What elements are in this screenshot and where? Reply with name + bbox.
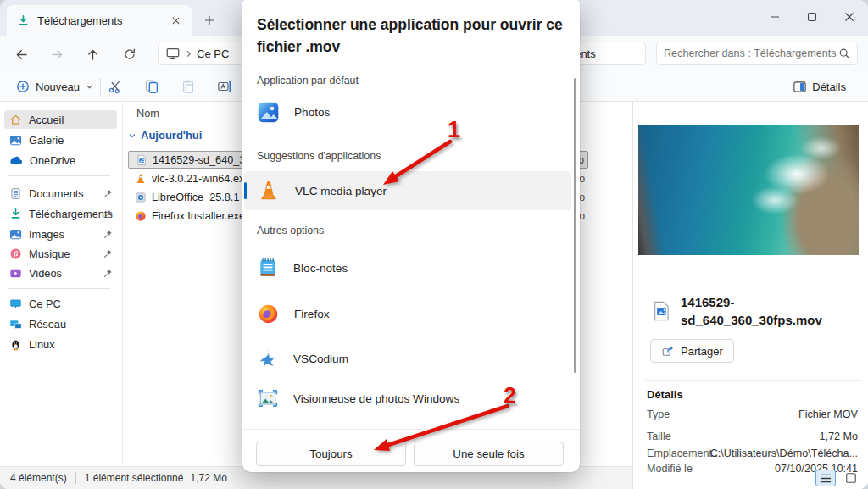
app-option-vlc[interactable]: VLC media player — [244, 171, 571, 210]
photos-icon — [257, 101, 280, 124]
sidebar-item-documents[interactable]: Documents — [4, 184, 117, 203]
sidebar-item-reseau[interactable]: Réseau — [4, 314, 117, 333]
sidebar-item-videos[interactable]: Vidéos — [4, 264, 117, 282]
vscodium-icon — [257, 347, 279, 370]
sidebar-item-musique[interactable]: Musique — [4, 244, 117, 263]
linux-icon — [9, 338, 22, 351]
file-name: vlc-3.0.21-win64.exe — [152, 173, 250, 185]
once-button[interactable]: Une seule fois — [414, 442, 564, 466]
sidebar-item-telechargements[interactable]: Téléchargements — [4, 204, 117, 223]
app-label: Bloc-notes — [293, 262, 348, 275]
section-suggested-apps: Suggestions d'applications — [257, 150, 381, 162]
copy-icon[interactable] — [139, 75, 164, 97]
details-pane-toggle[interactable]: Détails — [786, 75, 853, 97]
details-pane: 1416529- sd_640_360_30fps.mov Partager D… — [632, 102, 868, 489]
open-with-dialog: Sélectionner une application pour ouvrir… — [242, 0, 580, 472]
document-icon — [9, 187, 22, 200]
always-button[interactable]: Toujours — [256, 442, 406, 466]
firefox-icon — [257, 303, 280, 325]
details-panel-icon — [793, 80, 807, 94]
monitor-icon — [165, 46, 181, 61]
view-toggles — [815, 470, 861, 486]
selection-accent-bar — [244, 182, 247, 199]
sidebar-item-onedrive[interactable]: OneDrive — [4, 151, 117, 169]
maximize-icon[interactable] — [793, 0, 831, 34]
group-label: Aujourd'hui — [141, 129, 202, 142]
detail-row-taille: Taille1,72 Mo — [647, 431, 858, 447]
app-option-bloc-notes[interactable]: Bloc-notes — [244, 249, 571, 286]
pin-icon — [103, 189, 113, 198]
window-controls — [756, 0, 868, 34]
share-button[interactable]: Partager — [650, 339, 734, 363]
sidebar-label: Vidéos — [29, 267, 62, 280]
minimize-icon[interactable] — [756, 0, 793, 34]
forward-icon[interactable] — [46, 43, 68, 65]
app-option-photo-viewer[interactable]: Visionneuse de photos Windows — [244, 380, 571, 417]
sidebar-label: Accueil — [29, 114, 64, 126]
network-icon — [9, 318, 22, 331]
sidebar-item-galerie[interactable]: Galerie — [4, 131, 117, 149]
dialog-scrollbar[interactable] — [574, 78, 576, 373]
divider — [75, 472, 76, 484]
tab-title: Téléchargements — [37, 14, 166, 27]
pin-icon — [103, 209, 113, 219]
app-option-vscodium[interactable]: VSCodium — [244, 340, 571, 377]
video-file-icon — [136, 154, 147, 166]
divider — [100, 78, 101, 95]
app-option-photos[interactable]: Photos — [244, 93, 571, 131]
section-default-app: Application par défaut — [257, 75, 359, 86]
chevron-down-icon — [86, 83, 93, 91]
app-label: Photos — [294, 106, 330, 119]
app-label: VLC media player — [295, 185, 387, 197]
selected-file-name: 1416529- sd_640_360_30fps.mov — [681, 293, 822, 329]
vlc-icon — [257, 179, 281, 203]
details-toggle-label: Détails — [812, 81, 846, 93]
share-icon — [661, 344, 675, 358]
app-option-firefox[interactable]: Firefox — [244, 295, 571, 332]
tab-close-icon[interactable] — [166, 11, 185, 30]
column-header-nom[interactable]: Nom — [136, 107, 159, 119]
back-icon[interactable] — [10, 43, 32, 65]
plus-circle-icon — [16, 80, 30, 93]
chevron-right-icon — [185, 50, 192, 58]
share-button-label: Partager — [681, 345, 723, 358]
new-button-label: Nouveau — [36, 81, 80, 93]
sidebar-label: Téléchargements — [29, 208, 113, 220]
sidebar-item-accueil[interactable]: Accueil — [4, 110, 117, 129]
video-icon — [9, 267, 22, 280]
rename-icon[interactable] — [212, 75, 237, 97]
vlc-file-icon — [135, 173, 147, 185]
search-icon[interactable] — [838, 47, 850, 59]
sidebar-label: Galerie — [29, 134, 64, 147]
list-view-icon[interactable] — [815, 470, 836, 486]
search-input[interactable] — [664, 47, 838, 59]
tab-telechargements[interactable]: Téléchargements — [7, 5, 192, 36]
cut-icon[interactable] — [103, 75, 128, 97]
search-box[interactable] — [656, 42, 858, 65]
sidebar-item-ce-pc[interactable]: Ce PC — [4, 294, 117, 313]
breadcrumb-root[interactable]: Ce PC — [197, 47, 229, 60]
new-button[interactable]: Nouveau — [8, 75, 101, 97]
app-label: Visionneuse de photos Windows — [293, 392, 459, 405]
pin-icon — [103, 249, 113, 258]
paste-icon[interactable] — [175, 75, 201, 97]
refresh-icon[interactable] — [119, 43, 141, 65]
video-file-icon — [650, 293, 672, 329]
firefox-file-icon — [135, 210, 147, 222]
download-icon — [9, 208, 22, 220]
thumbnail-view-icon[interactable] — [841, 470, 861, 486]
detail-row-type: TypeFichier MOV — [647, 408, 858, 425]
sidebar-label: Documents — [29, 187, 84, 200]
file-preview-image — [638, 125, 859, 255]
app-label: Firefox — [294, 308, 330, 320]
sidebar-item-images[interactable]: Images — [4, 225, 117, 243]
group-header[interactable]: Aujourd'hui — [128, 129, 202, 142]
section-other-options: Autres options — [257, 225, 324, 236]
close-icon[interactable] — [831, 0, 868, 34]
new-tab-icon[interactable] — [200, 11, 219, 30]
selection-count: 1 élément sélectionné — [85, 472, 184, 484]
divider — [645, 380, 860, 381]
sidebar-item-linux[interactable]: Linux — [4, 335, 117, 353]
sidebar-label: Images — [29, 228, 64, 241]
up-icon[interactable] — [81, 43, 103, 65]
